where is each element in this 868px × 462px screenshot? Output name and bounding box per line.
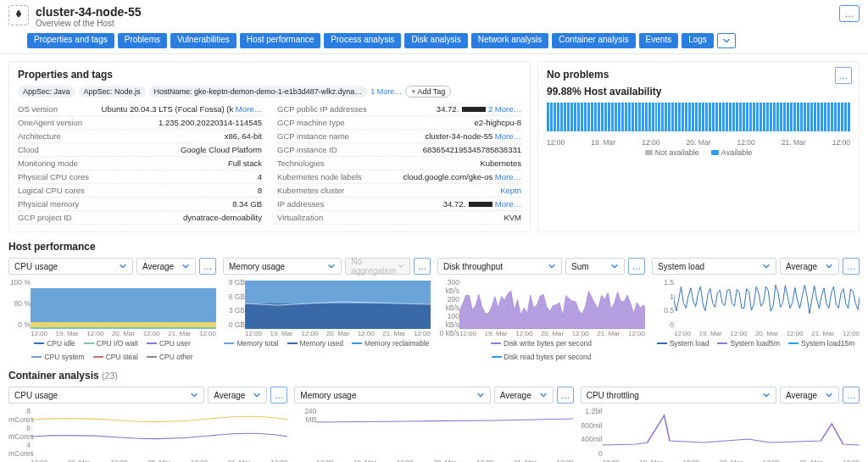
aggregation-select[interactable]: Sum — [565, 258, 625, 275]
host-icon — [8, 5, 29, 25]
property-more-link[interactable]: More… — [495, 172, 521, 181]
property-key: Technologies — [277, 159, 324, 168]
axis-tick: 21. Mar — [227, 459, 250, 462]
axis-tick: 20. Mar — [687, 138, 711, 147]
page-subtitle: Overview of the Host — [36, 19, 141, 28]
panel-more-button[interactable]: … — [843, 387, 860, 404]
axis-tick: 12:00 — [316, 459, 333, 462]
axis-tick: 1 — [652, 292, 674, 301]
aggregation-select[interactable]: Average — [780, 387, 839, 404]
property-key: OS version — [18, 104, 58, 114]
axis-tick: 9 GB — [223, 278, 245, 287]
property-more-link[interactable]: More… — [236, 104, 262, 114]
axis-tick: 300 kB/s — [437, 278, 459, 295]
aggregation-select[interactable]: Average — [494, 387, 554, 404]
property-value: 1.235.200.20220314-114545 — [87, 118, 262, 127]
tab-logs[interactable]: Logs — [682, 33, 714, 48]
axis-tick: 12:00 — [245, 330, 262, 337]
metric-select[interactable]: System load — [652, 258, 776, 275]
tab-properties[interactable]: Properties and tags — [27, 33, 114, 48]
chevron-down-icon — [825, 262, 833, 270]
property-value: x86, 64-bit — [66, 131, 262, 141]
property-value: 34.72. More… — [329, 199, 521, 209]
axis-tick: 20. Mar — [433, 459, 456, 462]
tab-host-performance[interactable]: Host performance — [240, 33, 320, 48]
axis-tick: 12:00 — [31, 459, 47, 462]
panel-more-button[interactable]: … — [414, 258, 431, 275]
panel-more-button[interactable]: … — [270, 387, 287, 404]
nav-tabs: Properties and tags Problems Vulnerabili… — [0, 31, 868, 54]
problems-more-button[interactable]: … — [835, 67, 852, 84]
property-value: 34.72. 2 More… — [372, 104, 521, 114]
tab-disk-analysis[interactable]: Disk analysis — [404, 33, 467, 48]
property-more-link[interactable]: More… — [495, 131, 521, 141]
axis-tick: 12:00 — [547, 138, 565, 147]
property-row: GCP machine typee2-highcpu-8 — [277, 116, 521, 130]
axis-tick: 800mil — [581, 421, 603, 430]
axis-tick: 0 % — [8, 320, 31, 329]
axis-tick: 21. Mar — [168, 330, 191, 337]
axis-tick: 19. Mar — [699, 330, 722, 337]
metric-select[interactable]: Memory usage — [294, 387, 490, 404]
tab-container-analysis[interactable]: Container analysis — [552, 33, 635, 48]
property-value: Full stack — [83, 159, 262, 168]
chart: 300 kB/s200 kB/s100 kB/s0 kB/s12:0019. M… — [437, 278, 645, 337]
metric-select[interactable]: CPU throttling — [581, 387, 776, 404]
legend-item: CPU system — [31, 353, 84, 361]
host-performance-title: Host performance — [8, 241, 860, 253]
property-value: 8 — [90, 186, 262, 195]
tags-more-link[interactable]: 1 More… — [370, 87, 402, 96]
metric-select[interactable]: Memory usage — [223, 258, 342, 275]
properties-title: Properties and tags — [18, 69, 521, 81]
aggregation-select[interactable]: Average — [780, 258, 839, 275]
property-key: GCP instance name — [277, 131, 349, 141]
tab-events[interactable]: Events — [639, 33, 679, 48]
property-value: cluster-34-node-55 More… — [354, 131, 521, 141]
property-more-link[interactable]: More… — [495, 199, 521, 209]
axis-tick: 100 kB/s — [437, 312, 459, 329]
chevron-down-icon — [548, 262, 556, 270]
availability-title: 99.88% Host availability — [547, 86, 850, 97]
axis-tick: 19. Mar — [485, 330, 508, 337]
axis-tick: 20. Mar — [147, 459, 170, 462]
metric-select[interactable]: CPU usage — [8, 387, 204, 404]
aggregation-select[interactable]: Average — [136, 258, 196, 275]
add-tag-button[interactable]: + Add Tag — [405, 86, 451, 97]
axis-tick: 6 mCores — [8, 424, 31, 441]
axis-tick: 12:00 — [191, 459, 208, 462]
tag-appsec-java[interactable]: AppSec: Java — [18, 86, 75, 97]
tab-problems[interactable]: Problems — [118, 33, 167, 48]
metric-select[interactable]: CPU usage — [8, 258, 133, 275]
tag-appsec-node[interactable]: AppSec: Node.js — [79, 86, 146, 97]
panel-more-button[interactable]: … — [199, 258, 216, 275]
axis-tick: 6 GB — [223, 292, 245, 301]
panel-more-button[interactable]: … — [628, 258, 645, 275]
chart: 9 GB6 GB3 GB0 GB12:0019. Mar12:0020. Mar… — [223, 278, 431, 337]
tab-process-analysis[interactable]: Process analysis — [324, 33, 401, 48]
axis-tick: 80 % — [8, 299, 31, 308]
tag-hostname[interactable]: HostName: gke-keptn-demon-demo-1-e1b3d48… — [149, 86, 368, 97]
chart: 8 mCores6 mCores4 mCores12:0019. Mar12:0… — [8, 407, 287, 462]
property-row: TechnologiesKubernetes — [277, 157, 521, 170]
property-value: Kubernetes — [329, 159, 521, 168]
property-key: GCP public IP addresses — [277, 104, 367, 114]
property-link[interactable]: Keptn — [500, 186, 521, 195]
chevron-down-icon — [476, 391, 485, 399]
property-more-link[interactable]: 2 More… — [488, 104, 521, 114]
panel-more-button[interactable]: … — [557, 387, 574, 404]
legend-item: Memory used — [287, 339, 344, 348]
property-row: OS versionUbuntu 20.04.3 LTS (Focal Foss… — [18, 103, 262, 116]
panel-more-button[interactable]: … — [843, 258, 860, 275]
legend-item: CPU user — [147, 339, 191, 348]
aggregation-select[interactable]: Average — [208, 387, 267, 404]
axis-tick: 12:00 — [110, 459, 127, 462]
tab-more-dropdown[interactable] — [717, 33, 736, 48]
header-more-button[interactable]: … — [839, 5, 860, 22]
legend-item: System load5m — [717, 339, 780, 348]
axis-tick: 1.2bil — [581, 407, 603, 415]
axis-tick: 12:00 — [515, 330, 532, 337]
tab-network-analysis[interactable]: Network analysis — [471, 33, 549, 48]
tab-vulnerabilities[interactable]: Vulnerabilities — [170, 33, 236, 48]
property-key: Logical CPU cores — [18, 186, 85, 195]
metric-select[interactable]: Disk throughput — [437, 258, 562, 275]
